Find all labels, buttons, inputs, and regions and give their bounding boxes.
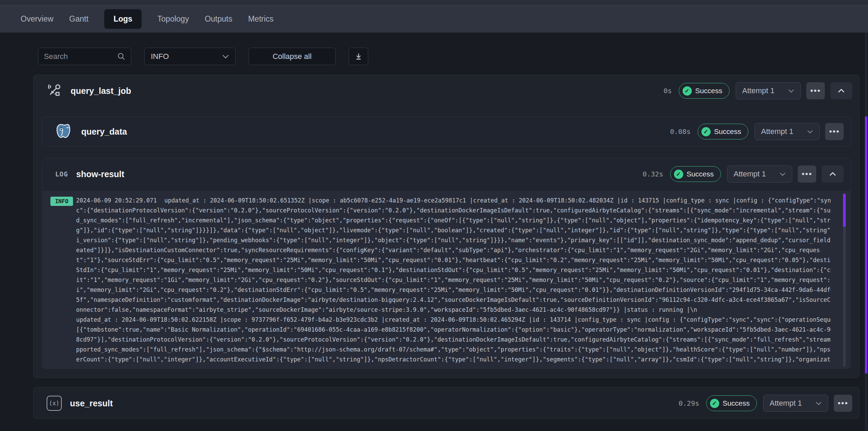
tab-logs[interactable]: Logs — [104, 9, 142, 29]
task-card-query-data: query_data 0.08s ✓ Success Attempt 1 ••• — [42, 116, 851, 147]
chevron-down-icon — [816, 402, 822, 405]
more-actions-button[interactable]: ••• — [825, 123, 844, 140]
top-navigation-bar: Overview Gantt Logs Topology Outputs Met… — [0, 0, 868, 33]
check-circle-icon: ✓ — [701, 127, 711, 136]
task-header-query-last-job: query_last_job 0s ✓ Success Attempt 1 ••… — [34, 75, 859, 107]
status-badge: ✓ Success — [670, 166, 721, 182]
chevron-down-icon — [807, 130, 813, 134]
task-duration: 0.29s — [678, 399, 699, 407]
log-line: it":"1","memory_request":"1Gi","memory_l… — [76, 275, 831, 285]
check-circle-icon: ✓ — [674, 170, 683, 179]
search-input[interactable]: Search — [38, 48, 131, 65]
chevron-down-icon — [222, 54, 229, 59]
check-circle-icon: ✓ — [683, 86, 692, 96]
log-line: StdIn":{"cpu_limit":"1","memory_request"… — [76, 265, 831, 275]
log-line: 8cd97"}],"destinationProtocolVersion":{"… — [76, 335, 831, 345]
log-line: 5f","namespaceDefinition":"customformat"… — [76, 295, 831, 305]
log-line: g"]},"id":{"type":["null","string"]}}}]}… — [76, 225, 831, 235]
task-title: use_result — [70, 398, 113, 408]
task-header-show-result: LOG show-result 0.32s ✓ Success Attempt … — [42, 158, 851, 190]
search-icon — [117, 52, 125, 61]
tab-topology[interactable]: Topology — [157, 14, 189, 24]
expression-icon: (x) — [47, 396, 62, 411]
tab-outputs[interactable]: Outputs — [205, 14, 232, 24]
chevron-down-icon — [780, 172, 786, 176]
task-card-use-result: (x) use_result 0.29s ✓ Success Attempt 1… — [33, 387, 859, 419]
attempt-select[interactable]: Attempt 1 — [755, 123, 820, 140]
log-level-filter[interactable]: INFO — [144, 48, 236, 65]
status-badge: ✓ Success — [698, 124, 748, 139]
log-line: onnector":false,"namespaceFormat":"airby… — [76, 305, 831, 315]
more-actions-button[interactable]: ••• — [834, 395, 852, 412]
log-timestamp: 2024-06-09 20:52:29.071 — [76, 197, 157, 204]
task-duration: 0s — [664, 87, 672, 95]
page-scrollbar-thumb[interactable] — [865, 116, 867, 373]
log-level-value: INFO — [151, 52, 169, 61]
task-duration: 0.32s — [642, 170, 663, 178]
log-line: updated_at : 2024-06-09T18:50:02.622158Z… — [76, 315, 831, 325]
status-badge: ✓ Success — [706, 395, 757, 411]
log-line: i_version":{"type":["null","string"]},"p… — [76, 235, 831, 245]
log-message: updated_at : 2024-06-09T18:50:02.651352Z… — [164, 197, 831, 204]
log-line: i","memory_limit":"2Gi","cpu_request":"0… — [76, 285, 831, 295]
download-logs-button[interactable] — [349, 48, 368, 65]
attempt-select[interactable]: Attempt 1 — [763, 395, 828, 412]
log-type-icon: LOG — [55, 170, 68, 178]
log-line: d_sync_modes":["full_refresh","increment… — [76, 216, 831, 225]
tab-overview[interactable]: Overview — [21, 14, 53, 24]
log-scrollbar-thumb[interactable] — [843, 194, 846, 227]
task-title: query_data — [81, 127, 127, 137]
chevron-down-icon — [788, 89, 794, 93]
log-line: c":{"destinationProtocolVersion":{"versi… — [76, 206, 831, 216]
collapse-task-button[interactable] — [830, 82, 852, 99]
task-card-query-last-job: query_last_job 0s ✓ Success Attempt 1 ••… — [33, 75, 859, 378]
attempt-select[interactable]: Attempt 1 — [736, 82, 801, 99]
task-duration: 0.08s — [670, 127, 690, 136]
log-line: [{"tombstone":true,"name":"Basic Normali… — [76, 325, 831, 335]
collapse-task-button[interactable] — [822, 165, 844, 183]
task-title: query_last_job — [71, 86, 131, 96]
log-line: pported_sync_modes":["full_refresh"],"js… — [76, 345, 831, 355]
check-circle-icon: ✓ — [710, 399, 719, 408]
log-level-badge: INFO — [50, 197, 73, 206]
task-header-query-data: query_data 0.08s ✓ Success Attempt 1 ••• — [42, 117, 851, 146]
subflow-icon — [47, 83, 62, 99]
task-card-show-result: LOG show-result 0.32s ✓ Success Attempt … — [42, 158, 851, 369]
more-actions-button[interactable]: ••• — [798, 165, 816, 183]
log-scrollbar-track[interactable] — [843, 194, 846, 367]
status-badge: ✓ Success — [679, 83, 730, 99]
execution-tabs: Overview Gantt Logs Topology Outputs Met… — [21, 5, 274, 33]
log-line: erCount":{"type":["null","integer"]},"ac… — [76, 355, 831, 365]
search-placeholder: Search — [44, 52, 68, 61]
log-line-first: 2024-06-09 20:52:29.071updated_at : 2024… — [76, 196, 831, 206]
log-wrapped-lines: c":{"destinationProtocolVersion":{"versi… — [76, 206, 831, 365]
tab-gantt[interactable]: Gantt — [69, 14, 88, 24]
download-icon — [355, 53, 362, 60]
task-header-use-result: (x) use_result 0.29s ✓ Success Attempt 1… — [34, 387, 859, 419]
more-actions-button[interactable]: ••• — [806, 82, 825, 99]
log-line: eated"]}]},"isDestinationCustomConnector… — [76, 245, 831, 255]
task-title: show-result — [76, 169, 124, 179]
attempt-select[interactable]: Attempt 1 — [727, 165, 792, 183]
postgresql-icon — [55, 123, 73, 140]
logs-toolbar: Search INFO Collapse all — [38, 48, 368, 65]
topbar-strip — [0, 0, 868, 5]
chevron-up-icon — [838, 89, 845, 93]
log-line: t":"1"},"sourceStdErr":{"cpu_limit":"0.5… — [76, 255, 831, 265]
collapse-all-button[interactable]: Collapse all — [249, 48, 336, 65]
tab-metrics[interactable]: Metrics — [248, 14, 274, 24]
chevron-up-icon — [829, 172, 836, 176]
log-output: INFO 2024-06-09 20:52:29.071updated_at :… — [43, 191, 850, 369]
